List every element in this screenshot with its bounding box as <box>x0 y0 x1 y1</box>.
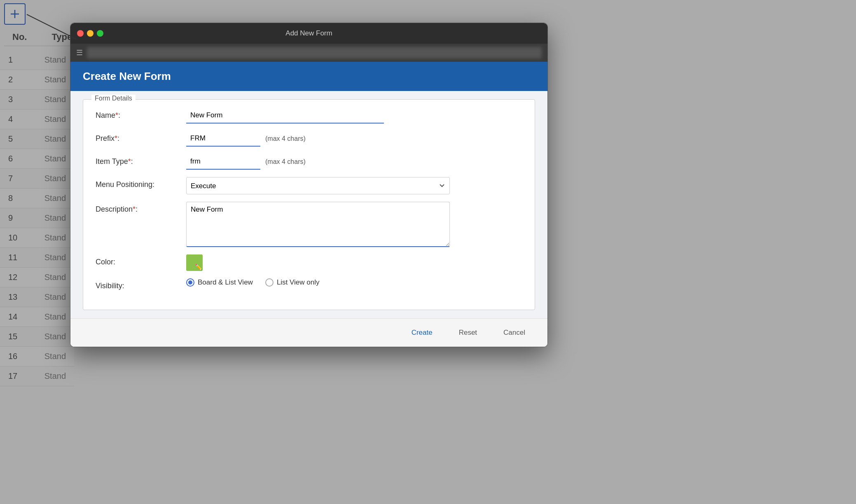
edit-color-icon: ✏️ <box>195 264 202 270</box>
maximize-button[interactable] <box>97 30 103 37</box>
visibility-row: Visibility: Board & List View List View … <box>96 278 522 294</box>
color-row: Color: ✏️ <box>96 254 522 271</box>
radio-board-list-view[interactable]: Board & List View <box>186 278 253 287</box>
prefix-hint: (max 4 chars) <box>265 135 306 142</box>
visibility-controls: Board & List View List View only <box>186 278 522 287</box>
traffic-lights <box>77 30 103 37</box>
name-label: Name*: <box>96 108 186 120</box>
itemtype-input[interactable] <box>186 154 260 170</box>
color-label: Color: <box>96 254 186 266</box>
menu-positioning-controls: Execute View Edit Delete <box>186 177 522 194</box>
form-details-group: Form Details Name*: Prefix*: (max 4 char… <box>83 99 535 310</box>
radio-label-board-list: Board & List View <box>198 278 253 287</box>
cancel-button[interactable]: Cancel <box>493 325 535 340</box>
name-input[interactable] <box>186 108 384 124</box>
radio-list-view-only[interactable]: List View only <box>265 278 320 287</box>
itemtype-row: Item Type*: (max 4 chars) <box>96 154 522 170</box>
minimize-button[interactable] <box>87 30 94 37</box>
modal-header-title: Create New Form <box>83 70 171 82</box>
radio-circle-board-list <box>186 278 194 287</box>
modal-title: Add New Form <box>285 29 332 37</box>
menu-positioning-label: Menu Positioning: <box>96 177 186 189</box>
toolbar-path-bar <box>87 47 542 58</box>
title-bar: Add New Form <box>70 23 547 44</box>
name-controls <box>186 108 522 124</box>
description-controls: New Form <box>186 202 522 247</box>
menu-positioning-row: Menu Positioning: Execute View Edit Dele… <box>96 177 522 194</box>
reset-button[interactable]: Reset <box>449 325 487 340</box>
itemtype-controls: (max 4 chars) <box>186 154 522 170</box>
radio-circle-list-only <box>265 278 274 287</box>
visibility-label: Visibility: <box>96 278 186 290</box>
radio-label-list-only: List View only <box>277 278 320 287</box>
itemtype-hint: (max 4 chars) <box>265 158 306 166</box>
prefix-label: Prefix*: <box>96 131 186 143</box>
modal-footer: Create Reset Cancel <box>70 318 547 347</box>
form-details-legend: Form Details <box>91 95 136 102</box>
color-swatch[interactable]: ✏️ <box>186 254 203 271</box>
prefix-row: Prefix*: (max 4 chars) <box>96 131 522 147</box>
itemtype-label: Item Type*: <box>96 154 186 166</box>
toolbar-bar: ☰ <box>70 44 547 62</box>
toolbar-menu-icon[interactable]: ☰ <box>76 48 83 57</box>
close-button[interactable] <box>77 30 84 37</box>
modal-body: Form Details Name*: Prefix*: (max 4 char… <box>70 91 547 318</box>
create-button[interactable]: Create <box>402 325 442 340</box>
prefix-input[interactable] <box>186 131 260 147</box>
description-label: Description*: <box>96 202 186 214</box>
modal-header: Create New Form <box>70 62 547 91</box>
description-textarea[interactable]: New Form <box>186 202 450 247</box>
menu-positioning-select[interactable]: Execute View Edit Delete <box>186 177 450 194</box>
color-controls: ✏️ <box>186 254 522 271</box>
modal-window: Add New Form ☰ Create New Form Form Deta… <box>70 23 548 347</box>
prefix-controls: (max 4 chars) <box>186 131 522 147</box>
name-row: Name*: <box>96 108 522 124</box>
description-row: Description*: New Form <box>96 202 522 247</box>
